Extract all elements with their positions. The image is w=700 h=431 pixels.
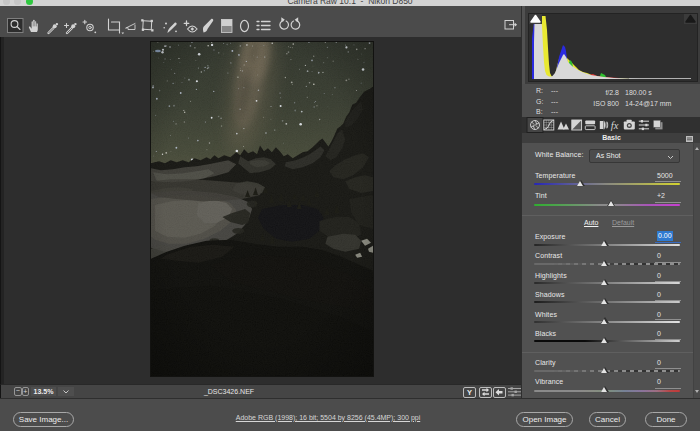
svg-text:fx: fx	[611, 120, 619, 131]
